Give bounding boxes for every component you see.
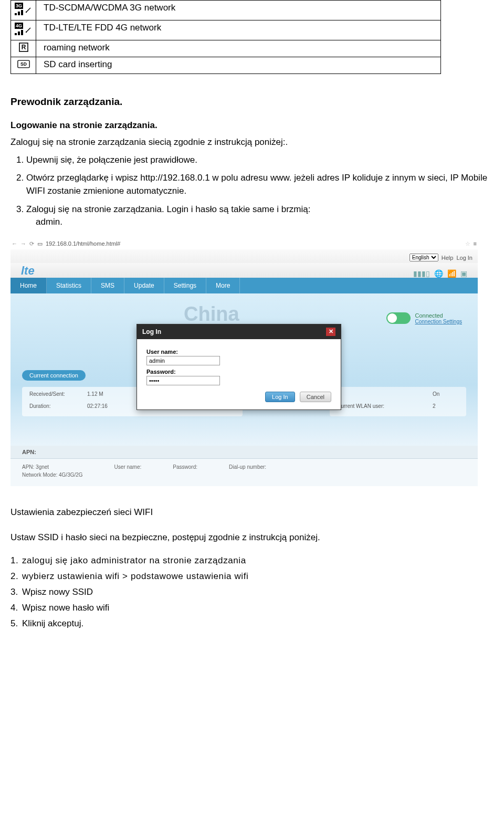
nav-statistics[interactable]: Statistics	[47, 278, 91, 293]
browser-address-bar: ← → ⟳ ▭ 192.168.0.1/html/home.html# ☆ ≡	[10, 240, 478, 249]
wlan-users-label: Current WLAN user:	[337, 403, 433, 412]
svg-text:R: R	[21, 44, 26, 51]
login-cancel-button[interactable]: Cancel	[300, 392, 331, 402]
password-label: Password:	[146, 369, 331, 375]
nav-back-icon[interactable]: ←	[12, 240, 17, 247]
login-heading: Logowanie na stronie zarządzania.	[10, 119, 494, 132]
watermark-text: China	[184, 303, 239, 325]
desc-roaming: roaming network	[36, 40, 441, 57]
menu-icon[interactable]: ≡	[474, 240, 477, 247]
address-bar-url[interactable]: 192.168.0.1/html/home.html#	[46, 240, 462, 247]
bookmark-star-icon[interactable]: ☆	[465, 240, 470, 247]
wlan-on-label	[337, 391, 433, 400]
top-strip: English Help Log In	[10, 249, 478, 263]
login-link[interactable]: Log In	[456, 255, 472, 261]
login-submit-button[interactable]: Log In	[265, 392, 295, 402]
icon-4g-cell: 4G	[11, 20, 36, 40]
nav-fwd-icon[interactable]: →	[20, 240, 26, 247]
svg-line-7	[26, 8, 30, 12]
connection-toggle[interactable]	[386, 312, 411, 324]
svg-rect-3	[15, 13, 17, 15]
wifi-step-2: 2.wybierz ustawienia wifi > podstawowe u…	[10, 571, 494, 582]
nav-reload-icon[interactable]: ⟳	[29, 240, 34, 247]
username-input[interactable]	[146, 356, 220, 365]
login-dialog: Log In ✕ User name: Password: Log In Can…	[136, 324, 341, 410]
svg-rect-4	[18, 12, 20, 15]
wifi-step-2-text: wybierz ustawienia wifi > podstawowe ust…	[22, 571, 248, 581]
wifi-step-3: 3.Wpisz nowy SSID	[10, 587, 494, 597]
nav-update[interactable]: Update	[124, 278, 164, 293]
wlan-users-value: 2	[433, 403, 459, 412]
network-icons-table: 3G TD-SCDMA/WCDMA 3G network 4G	[10, 0, 441, 74]
current-connection-pill: Current connection	[22, 370, 86, 381]
svg-rect-12	[21, 30, 23, 35]
wifi-steps: 1.zaloguj się jako administrator na stro…	[10, 555, 494, 629]
hero-area: China Connected Connection Settings Log …	[10, 293, 478, 446]
svg-rect-5	[21, 10, 23, 15]
stats-received-label: Received/Sent:	[29, 391, 87, 400]
wifi-icon: 📶	[447, 269, 456, 278]
svg-text:4G: 4G	[15, 23, 22, 28]
svg-text:SD: SD	[20, 61, 27, 67]
apn-value: APN: 3gnet	[22, 464, 83, 470]
nav-more[interactable]: More	[206, 278, 240, 293]
login-close-button[interactable]: ✕	[326, 328, 335, 336]
username-label: User name:	[146, 349, 331, 355]
wifi-security-intro: Ustaw SSID i hasło sieci na bezpieczne, …	[10, 531, 494, 544]
svg-rect-11	[18, 31, 20, 35]
router-admin-screenshot: ← → ⟳ ▭ 192.168.0.1/html/home.html# ☆ ≡ …	[10, 240, 478, 486]
apn-header: APN:	[10, 446, 478, 459]
language-select[interactable]: English	[410, 254, 438, 261]
apn-dial: Dial-up number:	[229, 464, 266, 470]
apn-username: User name:	[114, 464, 142, 470]
login-intro: Zaloguj się na stronie zarządzania sieci…	[10, 136, 494, 149]
lte-logo: lte	[21, 264, 35, 278]
roaming-icon: R	[17, 43, 30, 52]
apn-password: Password:	[173, 464, 197, 470]
wlan-on-value: On	[433, 391, 459, 400]
apn-body: APN: 3gnet Network Mode: 4G/3G/2G User n…	[10, 459, 478, 486]
wlan-card: On Current WLAN user: 2	[330, 387, 466, 416]
connection-settings-link[interactable]: Connection Settings	[415, 319, 462, 324]
wifi-step-4-text: Wpisz nowe hasło wifi	[22, 603, 109, 613]
sim-icon: ▣	[460, 269, 467, 278]
icon-3g-cell: 3G	[11, 1, 36, 20]
wifi-step-1: 1.zaloguj się jako administrator na stro…	[10, 555, 494, 566]
connection-status: Connected Connection Settings	[386, 312, 462, 324]
sd-card-icon: SD	[17, 59, 30, 69]
password-input[interactable]	[146, 376, 220, 385]
desc-4g: TD-LTE/LTE FDD 4G network	[36, 20, 441, 40]
wifi-security-title: Ustawienia zabezpieczeń sieci WIFI	[10, 507, 494, 518]
section-title-guide: Prewodnik zarządzania.	[10, 96, 494, 108]
nav-sms[interactable]: SMS	[91, 278, 124, 293]
network-4g-icon: 4G	[15, 23, 33, 35]
globe-icon: 🌐	[434, 269, 443, 278]
wifi-step-1-text: zaloguj się jako administrator na stroni…	[22, 555, 246, 565]
header-row: lte ▮▮▮▯ 🌐 📶 ▣	[10, 263, 478, 278]
login-step-3: Zaloguj się na stronie zarządzania. Logi…	[26, 203, 494, 229]
login-step-3-admin: admin.	[36, 216, 494, 229]
icon-roaming-cell: R	[11, 40, 36, 57]
main-nav: Home Statistics SMS Update Settings More	[10, 278, 478, 293]
login-step-1: Upewnij się, że połączenie jest prawidło…	[26, 154, 494, 167]
svg-rect-2	[15, 10, 33, 15]
help-link[interactable]: Help	[442, 255, 454, 261]
apn-mode: Network Mode: 4G/3G/2G	[22, 472, 83, 478]
login-steps: Upewnij się, że połączenie jest prawidło…	[26, 154, 494, 229]
signal-bars-icon: ▮▮▮▯	[413, 269, 430, 278]
login-step-2: Otwórz przeglądarkę i wpisz http://192.1…	[26, 172, 494, 197]
login-dialog-title: Log In	[142, 328, 161, 335]
desc-3g: TD-SCDMA/WCDMA 3G network	[36, 1, 441, 20]
svg-rect-10	[15, 33, 17, 35]
login-step-3-line1: Zaloguj się na stronie zarządzania. Logi…	[26, 204, 310, 214]
svg-line-14	[26, 28, 30, 32]
wifi-step-3-text: Wpisz nowy SSID	[22, 587, 93, 597]
wifi-step-5-text: Kliknij akceptuj.	[22, 618, 83, 628]
status-icons: ▮▮▮▯ 🌐 📶 ▣	[413, 269, 467, 278]
svg-text:3G: 3G	[15, 3, 22, 8]
wifi-step-4: 4.Wpisz nowe hasło wifi	[10, 603, 494, 613]
nav-home[interactable]: Home	[10, 278, 47, 293]
desc-sd: SD card inserting	[36, 57, 441, 74]
wifi-step-5: 5.Kliknij akceptuj.	[10, 618, 494, 629]
nav-settings[interactable]: Settings	[164, 278, 206, 293]
